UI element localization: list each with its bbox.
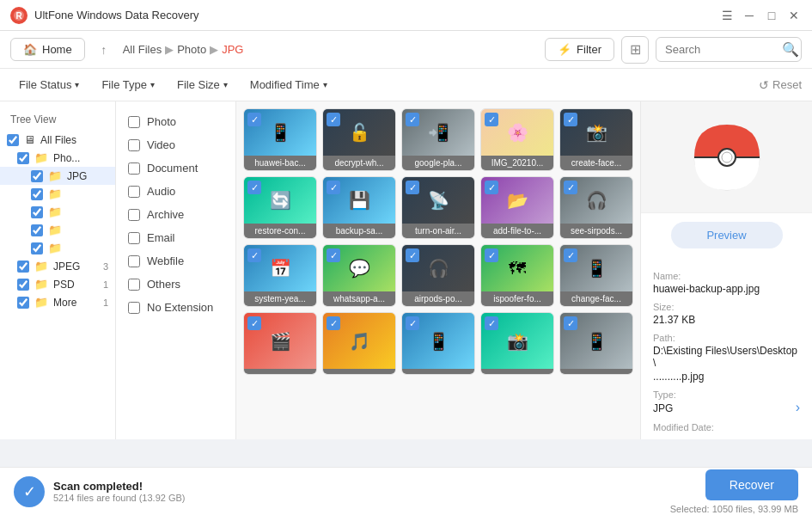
grid-item[interactable]: 📱✓ xyxy=(401,312,475,375)
grid-item-checkbox[interactable]: ✓ xyxy=(327,181,340,194)
grid-item[interactable]: 💾✓backup-sa... xyxy=(322,176,396,239)
sidebar-item-allfiles[interactable]: 🖥 All Files xyxy=(0,131,115,149)
grid-item-checkbox[interactable]: ✓ xyxy=(564,181,577,194)
grid-item[interactable]: 🗺✓ispoofer-fo... xyxy=(480,244,554,307)
others-checkbox[interactable] xyxy=(128,279,140,291)
preview-button[interactable]: Preview xyxy=(671,222,783,248)
filetype-others[interactable]: Others xyxy=(116,273,235,296)
recover-button[interactable]: Recover xyxy=(705,469,798,500)
filetype-archive[interactable]: Archive xyxy=(116,203,235,226)
grid-item[interactable]: 📱✓ xyxy=(559,312,633,375)
photo-checkbox[interactable] xyxy=(17,152,29,164)
grid-item[interactable]: 🎧✓airpods-po... xyxy=(401,244,475,307)
filetype-video[interactable]: Video xyxy=(116,133,235,156)
grid-item[interactable]: 📲✓google-pla... xyxy=(401,108,475,171)
grid-item[interactable]: 📂✓add-file-to-... xyxy=(480,176,554,239)
grid-item-checkbox[interactable]: ✓ xyxy=(247,113,261,126)
sub4-checkbox[interactable] xyxy=(31,242,43,254)
grid-item[interactable]: 📱✓huawei-bac... xyxy=(243,108,317,171)
sidebar-item-jpeg[interactable]: 📁 JPEG 3 xyxy=(0,257,115,275)
grid-item[interactable]: 🎧✓see-sirpods... xyxy=(559,176,633,239)
allfiles-checkbox[interactable] xyxy=(7,134,19,146)
grid-item-checkbox[interactable]: ✓ xyxy=(327,316,340,330)
home-button[interactable]: 🏠 Home xyxy=(10,38,85,61)
grid-item[interactable]: 🎵✓ xyxy=(322,312,396,375)
noextension-checkbox[interactable] xyxy=(128,302,140,314)
sub3-checkbox[interactable] xyxy=(31,224,43,236)
search-input[interactable] xyxy=(665,43,777,56)
sidebar-item-photo[interactable]: 📁 Pho... xyxy=(0,149,115,167)
grid-item-checkbox[interactable]: ✓ xyxy=(564,316,577,330)
grid-item-checkbox[interactable]: ✓ xyxy=(485,181,498,194)
grid-item-checkbox[interactable]: ✓ xyxy=(327,113,340,126)
grid-item-checkbox[interactable]: ✓ xyxy=(485,113,498,126)
window-controls[interactable]: ☰ ─ □ ✕ xyxy=(719,8,802,23)
email-checkbox[interactable] xyxy=(128,232,140,244)
file-type-filter[interactable]: File Type ▾ xyxy=(93,75,163,95)
filetype-noextension[interactable]: No Extension xyxy=(116,296,235,319)
tree-view-toggle[interactable]: Tree View xyxy=(0,108,115,131)
breadcrumb-jpg[interactable]: JPG xyxy=(222,43,243,56)
grid-item[interactable]: 📸✓ xyxy=(480,312,554,375)
sidebar-item-psd[interactable]: 📁 PSD 1 xyxy=(0,275,115,293)
sidebar-item-sub4[interactable]: 📁 xyxy=(0,239,115,257)
grid-item-checkbox[interactable]: ✓ xyxy=(406,316,419,330)
sidebar-item-jpg[interactable]: 📁 JPG xyxy=(0,167,115,185)
close-button[interactable]: ✕ xyxy=(786,8,802,23)
maximize-button[interactable]: □ xyxy=(764,8,779,23)
grid-item-checkbox[interactable]: ✓ xyxy=(247,181,261,194)
grid-item[interactable]: 📅✓system-yea... xyxy=(243,244,317,307)
sidebar-item-more[interactable]: 📁 More 1 xyxy=(0,293,115,311)
grid-item-checkbox[interactable]: ✓ xyxy=(485,248,498,262)
grid-item-checkbox[interactable]: ✓ xyxy=(247,316,261,330)
grid-item-checkbox[interactable]: ✓ xyxy=(247,248,261,262)
sidebar-item-sub3[interactable]: 📁 xyxy=(0,221,115,239)
sub2-checkbox[interactable] xyxy=(31,206,43,218)
breadcrumb-allfiles[interactable]: All Files xyxy=(123,43,162,56)
sidebar-item-sub1[interactable]: 📁 xyxy=(0,185,115,203)
more-checkbox[interactable] xyxy=(17,297,29,309)
grid-view-button[interactable]: ⊞ xyxy=(621,36,649,64)
minimize-button[interactable]: ─ xyxy=(742,8,757,23)
menu-icon[interactable]: ☰ xyxy=(719,8,735,23)
filetype-webfile[interactable]: Webfile xyxy=(116,249,235,273)
archive-checkbox[interactable] xyxy=(128,209,140,221)
webfile-checkbox[interactable] xyxy=(128,255,140,267)
search-box[interactable]: 🔍 xyxy=(656,37,802,62)
jpeg-checkbox[interactable] xyxy=(17,261,29,273)
type-arrow[interactable]: › xyxy=(796,400,800,415)
filetype-audio[interactable]: Audio xyxy=(116,180,235,203)
reset-button[interactable]: ↺ Reset xyxy=(759,78,802,92)
file-size-filter[interactable]: File Size ▾ xyxy=(168,75,236,95)
grid-item[interactable]: 🌸✓IMG_20210... xyxy=(480,108,554,171)
grid-item[interactable]: 📱✓change-fac... xyxy=(559,244,633,307)
video-checkbox[interactable] xyxy=(128,139,140,151)
grid-item-checkbox[interactable]: ✓ xyxy=(406,113,419,126)
grid-item-checkbox[interactable]: ✓ xyxy=(406,181,419,194)
filetype-email[interactable]: Email xyxy=(116,226,235,249)
document-checkbox[interactable] xyxy=(128,162,140,175)
grid-item[interactable]: 💬✓whatsapp-a... xyxy=(322,244,396,307)
grid-item[interactable]: 🎬✓ xyxy=(243,312,317,375)
sub1-checkbox[interactable] xyxy=(31,188,43,200)
psd-checkbox[interactable] xyxy=(17,279,29,291)
grid-item[interactable]: 📸✓create-face... xyxy=(559,108,633,171)
breadcrumb-photo[interactable]: Photo xyxy=(177,43,206,56)
audio-checkbox[interactable] xyxy=(128,186,140,198)
file-status-filter[interactable]: File Status ▾ xyxy=(10,75,88,95)
jpg-checkbox[interactable] xyxy=(31,170,43,182)
grid-item-checkbox[interactable]: ✓ xyxy=(564,248,577,262)
filter-button[interactable]: ⚡ Filter xyxy=(545,38,614,61)
sidebar-item-sub2[interactable]: 📁 xyxy=(0,203,115,221)
grid-item-checkbox[interactable]: ✓ xyxy=(327,248,340,262)
grid-item-checkbox[interactable]: ✓ xyxy=(485,316,498,330)
filetype-photo[interactable]: Photo xyxy=(116,110,235,133)
grid-item[interactable]: 🔄✓restore-con... xyxy=(243,176,317,239)
grid-item-checkbox[interactable]: ✓ xyxy=(564,113,577,126)
grid-item[interactable]: 🔓✓decrypt-wh... xyxy=(322,108,396,171)
grid-item-checkbox[interactable]: ✓ xyxy=(406,248,419,262)
grid-item[interactable]: 📡✓turn-on-air... xyxy=(401,176,475,239)
photo-checkbox[interactable] xyxy=(128,116,140,128)
filetype-document[interactable]: Document xyxy=(116,156,235,180)
up-button[interactable]: ↑ xyxy=(92,38,116,62)
